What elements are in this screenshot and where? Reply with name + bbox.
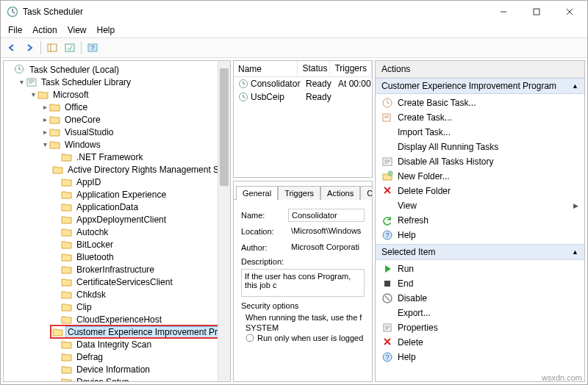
tree-library[interactable]: ▾Task Scheduler Library xyxy=(15,76,230,88)
tree-scrollbar[interactable] xyxy=(218,61,230,381)
tree-microsoft[interactable]: ▾Microsoft xyxy=(27,88,230,101)
tree-item[interactable]: Device Setup xyxy=(51,375,230,381)
action-label: Help xyxy=(398,352,416,362)
action-item[interactable]: Disable xyxy=(376,291,584,306)
tree-item[interactable]: Clip xyxy=(51,301,230,313)
task-list[interactable]: Name Status Triggers Consolidator Ready … xyxy=(233,60,373,178)
action-item[interactable]: Import Task... xyxy=(376,125,584,140)
tab-general[interactable]: General xyxy=(236,186,278,200)
tree-root[interactable]: Task Scheduler (Local) xyxy=(4,63,230,76)
folder-icon xyxy=(61,264,73,276)
action-item[interactable]: ? Help xyxy=(376,228,584,242)
folder-icon xyxy=(61,351,73,363)
toolbar-help-button[interactable]: ? xyxy=(85,40,101,56)
action-icon xyxy=(381,97,393,109)
tree-item[interactable]: .NET Framework xyxy=(51,151,230,163)
task-status: Ready xyxy=(301,78,334,90)
expand-toggle[interactable]: ▾ xyxy=(40,140,49,148)
tab-actions[interactable]: Actions xyxy=(320,186,360,200)
author-label: Author: xyxy=(241,243,288,252)
tree-item[interactable]: BrokerInfrastructure xyxy=(51,263,230,276)
tab-triggers[interactable]: Triggers xyxy=(278,186,320,200)
action-item[interactable]: Display All Running Tasks xyxy=(376,140,584,154)
action-item[interactable]: Disable All Tasks History xyxy=(376,154,584,169)
action-item[interactable]: End xyxy=(376,276,584,291)
toolbar-panes-button[interactable] xyxy=(44,40,60,56)
folder-icon xyxy=(61,151,73,163)
tab-conditions[interactable]: Cc xyxy=(360,186,373,200)
menu-file[interactable]: File xyxy=(4,24,26,37)
tree-item[interactable]: Autochk xyxy=(51,226,230,238)
expand-toggle[interactable]: ▸ xyxy=(40,103,49,111)
tree-item-label: Device Setup xyxy=(75,377,130,382)
location-value: \Microsoft\Windows xyxy=(288,225,365,238)
expand-toggle[interactable]: ▸ xyxy=(40,115,49,123)
action-item[interactable]: New Folder... xyxy=(376,169,584,184)
action-label: Properties xyxy=(398,323,438,333)
tree-item[interactable]: ▸OneCore xyxy=(39,113,230,126)
col-status[interactable]: Status xyxy=(298,61,330,76)
minimize-button[interactable] xyxy=(487,1,520,23)
action-item[interactable]: Delete Folder xyxy=(376,184,584,198)
action-item[interactable]: Export... xyxy=(376,306,584,320)
action-item[interactable]: ? Help xyxy=(376,350,584,364)
location-label: Location: xyxy=(241,227,288,236)
task-row[interactable]: Consolidator Ready At 00:00 on xyxy=(234,77,372,90)
tree-item[interactable]: AppID xyxy=(51,176,230,188)
menu-action[interactable]: Action xyxy=(28,24,61,37)
tree-item[interactable]: Customer Experience Improvement Program xyxy=(51,325,230,338)
tree-item[interactable]: Data Integrity Scan xyxy=(51,338,230,350)
tree-item[interactable]: Chkdsk xyxy=(51,288,230,301)
tree-item[interactable]: ▾Windows xyxy=(39,138,230,151)
actions-section-context-label: Customer Experience Improvement Program xyxy=(381,81,556,91)
col-triggers[interactable]: Triggers xyxy=(330,61,372,76)
actions-section-context[interactable]: Customer Experience Improvement Program … xyxy=(376,78,584,94)
tree-item[interactable]: AppxDeploymentClient xyxy=(51,213,230,226)
tree-item-label: ApplicationData xyxy=(75,202,140,212)
action-icon xyxy=(381,278,393,289)
tree-item[interactable]: ApplicationData xyxy=(51,201,230,213)
radio-run-logged-on[interactable] xyxy=(245,334,254,342)
actions-section-selected[interactable]: Selected Item ▲ xyxy=(376,244,584,260)
tree-item[interactable]: Device Information xyxy=(51,363,230,375)
action-item[interactable]: Create Basic Task... xyxy=(376,96,584,110)
tree-pane: Task Scheduler (Local)▾Task Scheduler Li… xyxy=(3,60,231,382)
menu-help[interactable]: Help xyxy=(93,24,120,37)
action-item[interactable]: Create Task... xyxy=(376,110,584,125)
tree-item[interactable]: ▸VisualStudio xyxy=(39,126,230,138)
titlebar: Task Scheduler xyxy=(1,1,587,23)
tree-item[interactable]: CertificateServicesClient xyxy=(51,276,230,288)
action-item[interactable]: View▶ xyxy=(376,198,584,213)
expand-toggle[interactable]: ▸ xyxy=(40,128,49,136)
tree-item[interactable]: ▸Office xyxy=(39,101,230,113)
folder-icon xyxy=(61,226,73,238)
tree-item-label: AppID xyxy=(75,177,102,187)
tree-item-label: Task Scheduler Library xyxy=(40,77,132,87)
action-item[interactable]: Refresh xyxy=(376,213,584,228)
back-button[interactable] xyxy=(4,40,20,56)
folder-icon xyxy=(61,201,73,213)
action-label: Disable xyxy=(398,293,427,303)
tree-item[interactable]: Application Experience xyxy=(51,188,230,201)
name-field[interactable]: Consolidator xyxy=(288,209,365,222)
tree-item-label: Active Directory Rights Management Servi… xyxy=(66,165,230,175)
col-name[interactable]: Name xyxy=(234,61,298,76)
maximize-button[interactable] xyxy=(520,1,553,23)
toolbar-refresh-button[interactable] xyxy=(62,40,78,56)
expand-toggle[interactable]: ▾ xyxy=(29,90,37,98)
task-row[interactable]: UsbCeip Ready xyxy=(234,90,372,104)
description-field[interactable]: If the user has cons Program, this job c xyxy=(241,269,365,297)
action-item[interactable]: Properties xyxy=(376,320,584,335)
menu-view[interactable]: View xyxy=(63,24,91,37)
tree-item[interactable]: BitLocker xyxy=(51,238,230,251)
tree[interactable]: Task Scheduler (Local)▾Task Scheduler Li… xyxy=(4,61,230,381)
forward-button[interactable] xyxy=(21,40,37,56)
action-item[interactable]: Delete xyxy=(376,335,584,350)
tree-item[interactable]: Defrag xyxy=(51,350,230,363)
expand-toggle[interactable]: ▾ xyxy=(17,78,26,86)
tree-item[interactable]: Bluetooth xyxy=(51,251,230,263)
action-item[interactable]: Run xyxy=(376,262,584,276)
close-button[interactable] xyxy=(553,1,586,23)
tree-item[interactable]: Active Directory Rights Management Servi… xyxy=(51,163,230,176)
tree-item[interactable]: CloudExperienceHost xyxy=(51,313,230,325)
